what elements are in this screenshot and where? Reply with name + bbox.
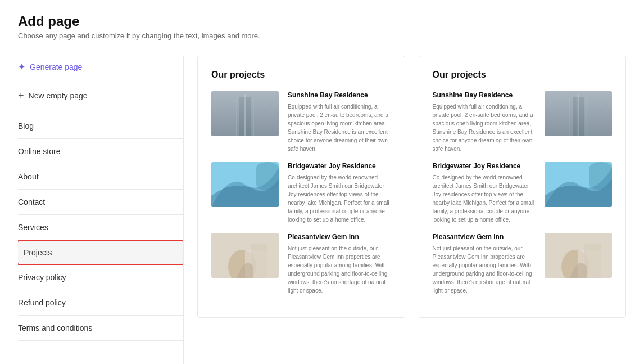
sidebar-item-privacy-policy[interactable]: Privacy policy [18, 265, 183, 290]
sidebar-item-services[interactable]: Services [18, 215, 183, 240]
project-name: Pleasantview Gem Inn [433, 233, 536, 241]
project-image-pleasantview-2 [545, 233, 612, 278]
generate-page-button[interactable]: ✦ Generate page [18, 56, 183, 78]
preview-card-2[interactable]: Our projects Sunshine Bay Residence Equi… [419, 56, 627, 318]
divider-2 [18, 111, 183, 111]
project-info: Sunshine Bay Residence Equipped with ful… [433, 91, 536, 153]
project-info: Bridgewater Joy Residence Co-designed by… [288, 162, 391, 224]
preview-card-1[interactable]: Our projects [197, 56, 405, 318]
sidebar-item-refund-policy[interactable]: Refund policy [18, 290, 183, 316]
sidebar-item-projects[interactable]: Projects [18, 240, 184, 265]
project-image-sunshine-2 [545, 91, 612, 136]
sidebar-item-terms-and-conditions[interactable]: Terms and conditions [18, 316, 183, 341]
preview-container: Our projects [197, 56, 626, 329]
project-name: Bridgewater Joy Residence [288, 162, 391, 170]
project-desc: Equipped with full air conditioning, a p… [433, 102, 536, 153]
project-name: Pleasantview Gem Inn [288, 233, 391, 241]
project-desc: Not just pleasant on the outside, our Pl… [288, 244, 391, 295]
page-header: Add page Choose any page and customize i… [18, 14, 626, 40]
project-item: Sunshine Bay Residence Equipped with ful… [211, 91, 391, 153]
preview-card-2-title: Our projects [433, 70, 613, 80]
project-desc: Not just pleasant on the outside, our Pl… [433, 244, 536, 295]
project-image-bridgewater-2 [545, 162, 612, 207]
project-item: Bridgewater Joy Residence Co-designed by… [211, 162, 391, 224]
divider [18, 80, 183, 80]
new-empty-page-button[interactable]: + New empty page [18, 83, 183, 109]
preview-card-1-title: Our projects [211, 70, 391, 80]
project-info: Bridgewater Joy Residence Co-designed by… [433, 162, 536, 224]
sparkle-icon: ✦ [18, 61, 25, 72]
project-info: Pleasantview Gem Inn Not just pleasant o… [433, 233, 536, 295]
project-image-sunshine-1 [211, 91, 279, 136]
project-desc: Co-designed by the world renowned archit… [288, 173, 391, 224]
project-item: Sunshine Bay Residence Equipped with ful… [433, 91, 613, 153]
project-item: Pleasantview Gem Inn Not just pleasant o… [211, 233, 391, 295]
project-info: Pleasantview Gem Inn Not just pleasant o… [288, 233, 391, 295]
main-content: Our projects [184, 56, 626, 364]
svg-rect-7 [256, 162, 279, 190]
project-info: Sunshine Bay Residence Equipped with ful… [288, 91, 391, 153]
sidebar-item-about[interactable]: About [18, 164, 183, 190]
sidebar-item-contact[interactable]: Contact [18, 190, 183, 215]
project-image-bridgewater-1 [211, 162, 279, 207]
project-name: Sunshine Bay Residence [433, 91, 536, 99]
svg-rect-17 [545, 91, 612, 136]
project-name: Sunshine Bay Residence [288, 91, 391, 99]
plus-icon: + [18, 91, 24, 101]
page-title: Add page [18, 14, 626, 29]
project-desc: Co-designed by the world renowned archit… [433, 173, 536, 224]
project-desc: Equipped with full air conditioning, a p… [288, 102, 391, 153]
sidebar-item-online-store[interactable]: Online store [18, 139, 183, 164]
project-item: Bridgewater Joy Residence Co-designed by… [433, 162, 613, 224]
project-name: Bridgewater Joy Residence [433, 162, 536, 170]
svg-rect-19 [589, 162, 612, 190]
sidebar-item-blog[interactable]: Blog [18, 114, 183, 139]
sidebar: ✦ Generate page + New empty page Blog On… [18, 56, 184, 364]
page-subtitle: Choose any page and customize it by chan… [18, 32, 626, 40]
project-item: Pleasantview Gem Inn Not just pleasant o… [433, 233, 613, 295]
project-image-pleasantview-1 [211, 233, 279, 278]
